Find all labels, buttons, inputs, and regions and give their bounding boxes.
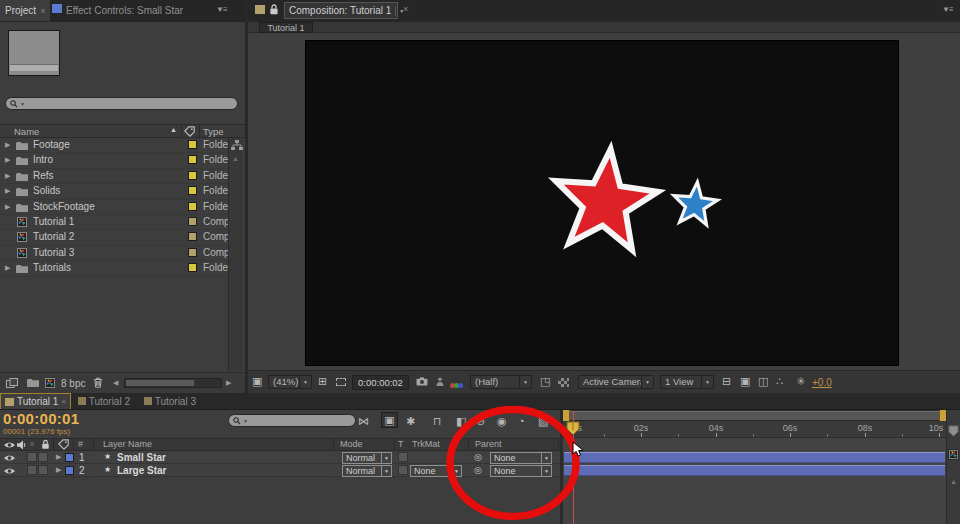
eye-icon[interactable] xyxy=(3,467,16,475)
column-type[interactable]: Type xyxy=(203,126,224,137)
expand-icon[interactable]: ▶ xyxy=(5,156,10,164)
lock-icon[interactable] xyxy=(41,439,50,450)
switch-well[interactable] xyxy=(38,452,48,462)
label-color-chip[interactable] xyxy=(188,248,197,257)
label-tag-icon[interactable] xyxy=(58,439,69,450)
switch-well[interactable] xyxy=(27,465,37,475)
exposure-value[interactable]: +0.0 xyxy=(812,377,832,388)
expand-icon[interactable]: ▶ xyxy=(56,453,61,461)
comp-marker-shield-icon[interactable] xyxy=(948,425,959,437)
timeline-tab-tutorial-3[interactable]: Tutorial 3 xyxy=(140,393,196,409)
playhead-marker[interactable] xyxy=(566,421,580,436)
sort-ascending-icon[interactable]: ▲ xyxy=(170,126,177,133)
search-caret-icon[interactable]: ▼ xyxy=(20,101,25,107)
layer-bar-small-star[interactable] xyxy=(564,452,945,463)
tab-project[interactable]: Project × xyxy=(0,0,50,21)
mini-flowchart-icon[interactable]: ∴ xyxy=(776,376,783,387)
project-row[interactable]: ▶ Footage Folder xyxy=(0,138,228,153)
speaker-icon[interactable] xyxy=(17,440,27,450)
label-color-chip[interactable] xyxy=(188,263,197,272)
expand-icon[interactable]: ▶ xyxy=(5,187,10,195)
work-area-end-handle[interactable] xyxy=(939,410,946,421)
project-row[interactable]: ▶ Refs Folder xyxy=(0,169,228,184)
scroll-up-icon[interactable]: ▲ xyxy=(232,155,239,162)
scroll-right-icon[interactable]: ▶ xyxy=(226,379,231,387)
current-timecode[interactable]: 0:00:00:01 xyxy=(3,410,79,427)
panel-menu-icon[interactable]: ▼≡ xyxy=(216,5,227,14)
layer-label-chip[interactable] xyxy=(65,453,74,462)
scrollbar-thumb[interactable] xyxy=(126,380,194,386)
interpret-footage-icon[interactable] xyxy=(6,378,18,388)
graph-editor-button[interactable]: ▧ xyxy=(538,416,548,427)
snapshot-camera-icon[interactable] xyxy=(416,377,428,386)
close-icon[interactable]: × xyxy=(61,397,66,406)
timeline-tab-tutorial-2[interactable]: Tutorial 2 xyxy=(74,393,130,409)
column-parent[interactable]: Parent xyxy=(475,439,502,449)
grid-guides-icon[interactable]: ⊟ xyxy=(722,376,731,387)
lock-icon[interactable] xyxy=(269,4,279,15)
column-name[interactable]: Name xyxy=(14,126,39,137)
project-scrollbar[interactable]: ▲ xyxy=(228,138,243,371)
column-layer-name[interactable]: Layer Name xyxy=(103,439,152,449)
expand-icon[interactable]: ▶ xyxy=(5,203,10,211)
layer-row-large-star[interactable]: ▶ 2 ★ Large Star Normal ▼ None ▼ ◎ None … xyxy=(0,464,563,477)
layer-row-small-star[interactable]: ▶ 1 ★ Small Star Normal ▼ ◎ None ▼ xyxy=(0,451,563,464)
label-color-chip[interactable] xyxy=(188,171,197,180)
switch-well[interactable] xyxy=(27,452,37,462)
column-number[interactable]: # xyxy=(78,439,83,449)
search-caret-icon[interactable]: ▼ xyxy=(243,418,248,424)
project-row[interactable]: Tutorial 1 Composition xyxy=(0,215,228,230)
scroll-up-icon[interactable]: ▲ xyxy=(950,478,957,485)
label-color-chip[interactable] xyxy=(188,155,197,164)
expand-icon[interactable]: ▶ xyxy=(5,264,10,272)
work-area-bar[interactable] xyxy=(570,411,939,420)
resolution-dropdown[interactable]: (Half) ▼ xyxy=(470,375,532,389)
pick-whip-icon[interactable]: ◎ xyxy=(474,452,482,462)
trash-icon[interactable] xyxy=(93,377,103,388)
motion-blur-button[interactable]: ◧ xyxy=(456,416,466,427)
label-color-chip[interactable] xyxy=(188,232,197,241)
column-trkmat[interactable]: TrkMat xyxy=(412,439,440,449)
comp-viewer-dropdown[interactable]: Composition: Tutorial 1 ▼ xyxy=(284,2,398,19)
comp-flowchart-button[interactable]: ⋈ xyxy=(358,416,369,427)
view-tab[interactable]: Tutorial 1 xyxy=(259,22,313,33)
solo-icon[interactable]: ○ xyxy=(30,440,34,447)
trkmat-dropdown[interactable]: None ▼ xyxy=(410,465,462,477)
show-channel-icon[interactable] xyxy=(450,379,462,390)
new-composition-icon[interactable] xyxy=(45,378,55,388)
fast-previews-icon[interactable]: ◫ xyxy=(758,376,768,387)
blend-mode-dropdown[interactable]: Normal ▼ xyxy=(342,452,392,464)
reset-exposure-icon[interactable]: ✳ xyxy=(796,376,805,387)
label-color-chip[interactable] xyxy=(188,202,197,211)
close-icon[interactable]: × xyxy=(403,4,408,14)
timeline-search-input[interactable]: ▼ xyxy=(228,414,356,427)
brainstorm-button[interactable]: ◉ xyxy=(497,416,507,427)
label-color-chip[interactable] xyxy=(188,186,197,195)
panel-menu-icon[interactable]: ▼≡ xyxy=(942,5,953,14)
time-ruler[interactable]: :00s 02s 04s 06s 08s 10s xyxy=(563,421,946,438)
small-star-shape[interactable] xyxy=(670,180,720,230)
magnification-dropdown[interactable]: (41%) ▼ xyxy=(268,375,312,389)
always-preview-icon[interactable]: ▣ xyxy=(252,376,262,387)
draft-3d-button[interactable]: ▣ xyxy=(381,412,398,428)
large-star-shape[interactable] xyxy=(545,141,665,261)
pixel-aspect-icon[interactable]: ▣ xyxy=(740,376,750,387)
safe-margins-icon[interactable]: ⊞ xyxy=(318,376,327,387)
layer-bar-large-star[interactable] xyxy=(564,465,945,476)
flowchart-icon[interactable] xyxy=(231,140,243,150)
label-color-chip[interactable] xyxy=(188,140,197,149)
project-row[interactable]: Tutorial 2 Composition xyxy=(0,230,228,245)
project-row[interactable]: ▶ Intro Folder xyxy=(0,153,228,168)
project-search-input[interactable]: ▼ xyxy=(5,97,238,110)
horizontal-scrollbar[interactable] xyxy=(124,378,222,388)
eye-icon[interactable] xyxy=(3,441,16,449)
label-color-chip[interactable] xyxy=(188,217,197,226)
expand-icon[interactable]: ▶ xyxy=(56,466,61,474)
column-t[interactable]: T xyxy=(398,439,404,449)
project-row[interactable]: ▶ StockFootage Folder xyxy=(0,200,228,215)
scroll-left-icon[interactable]: ◀ xyxy=(113,379,118,387)
eye-icon[interactable] xyxy=(3,454,16,462)
frame-blend-button[interactable]: ⊓ xyxy=(433,416,442,427)
new-folder-icon[interactable] xyxy=(27,378,39,388)
layer-name[interactable]: Large Star xyxy=(117,465,166,476)
